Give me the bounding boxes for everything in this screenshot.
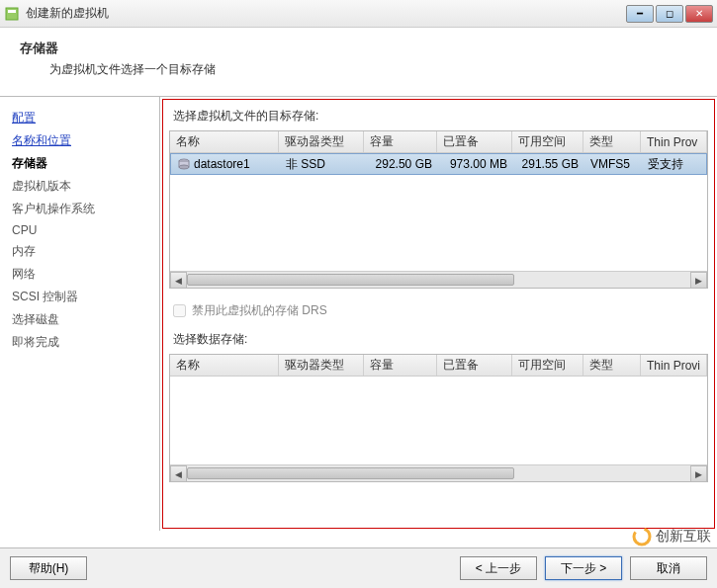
- col2-drive-type: 驱动器类型: [279, 355, 364, 376]
- table2-header: 名称 驱动器类型 容量 已置备 可用空间 类型 Thin Provi: [170, 355, 707, 377]
- cell-free: 291.55 GB: [513, 157, 584, 171]
- step-ready: 即将完成: [8, 331, 151, 354]
- app-icon: [4, 6, 20, 22]
- window-close-button[interactable]: ✕: [685, 5, 713, 23]
- col-free[interactable]: 可用空间: [512, 131, 583, 152]
- page-subtitle: 为虚拟机文件选择一个目标存储: [49, 61, 697, 78]
- svg-rect-1: [8, 10, 16, 13]
- col-drive-type[interactable]: 驱动器类型: [279, 131, 364, 152]
- next-button[interactable]: 下一步 >: [545, 556, 622, 580]
- col-capacity[interactable]: 容量: [364, 131, 437, 152]
- col2-name: 名称: [170, 355, 279, 376]
- step-network: 网络: [8, 263, 151, 286]
- step-memory: 内存: [8, 240, 151, 263]
- wizard-header: 存储器 为虚拟机文件选择一个目标存储: [0, 28, 717, 96]
- scroll-right-arrow-icon[interactable]: ▶: [690, 465, 707, 482]
- step-vm-version: 虚拟机版本: [8, 175, 151, 198]
- window-titlebar: 创建新的虚拟机 ━ ◻ ✕: [0, 0, 717, 28]
- step-cpu: CPU: [8, 220, 151, 240]
- drs-checkbox: [173, 304, 186, 317]
- col2-provisioned: 已置备: [437, 355, 512, 376]
- cell-thin: 受支持: [642, 156, 706, 173]
- horizontal-scrollbar[interactable]: ◀ ▶: [170, 271, 707, 288]
- table-row[interactable]: datastore1 非 SSD 292.50 GB 973.00 MB 291…: [170, 153, 707, 175]
- cell-capacity: 292.50 GB: [365, 157, 438, 171]
- scroll-right-arrow-icon[interactable]: ▶: [690, 272, 707, 289]
- cancel-button[interactable]: 取消: [630, 556, 707, 580]
- svg-point-5: [634, 529, 650, 545]
- window-minimize-button[interactable]: ━: [626, 5, 654, 23]
- cell-provisioned: 973.00 MB: [438, 157, 513, 171]
- wizard-footer: 帮助(H) < 上一步 下一步 > 取消: [0, 547, 717, 588]
- svg-point-4: [179, 165, 189, 169]
- svg-rect-0: [6, 8, 18, 20]
- datastore-table[interactable]: 名称 驱动器类型 容量 已置备 可用空间 类型 Thin Prov datast…: [169, 130, 708, 289]
- cell-name: datastore1: [171, 157, 280, 172]
- table-header: 名称 驱动器类型 容量 已置备 可用空间 类型 Thin Prov: [170, 131, 707, 153]
- scroll-thumb[interactable]: [187, 467, 514, 479]
- step-config[interactable]: 配置: [8, 107, 151, 129]
- horizontal-scrollbar-2[interactable]: ◀ ▶: [170, 464, 707, 481]
- window-maximize-button[interactable]: ◻: [656, 5, 683, 23]
- page-title: 存储器: [20, 40, 697, 57]
- scroll-thumb[interactable]: [187, 274, 514, 286]
- back-button[interactable]: < 上一步: [460, 556, 537, 580]
- step-name-location[interactable]: 名称和位置: [8, 129, 151, 152]
- drs-checkbox-row: 禁用此虚拟机的存储 DRS: [173, 302, 704, 319]
- drs-checkbox-label: 禁用此虚拟机的存储 DRS: [192, 302, 327, 319]
- datastore-icon: [177, 157, 191, 171]
- col-name[interactable]: 名称: [170, 131, 279, 152]
- datastore2-select-label: 选择数据存储:: [173, 331, 708, 348]
- scroll-left-arrow-icon[interactable]: ◀: [170, 465, 187, 482]
- wizard-steps-sidebar: 配置 名称和位置 存储器 虚拟机版本 客户机操作系统 CPU 内存 网络 SCS…: [0, 97, 160, 531]
- step-scsi: SCSI 控制器: [8, 286, 151, 308]
- window-title: 创建新的虚拟机: [26, 5, 626, 22]
- step-guest-os: 客户机操作系统: [8, 198, 151, 220]
- col-thin[interactable]: Thin Prov: [641, 131, 707, 152]
- datastore-table-2: 名称 驱动器类型 容量 已置备 可用空间 类型 Thin Provi ◀ ▶: [169, 354, 708, 482]
- col2-free: 可用空间: [512, 355, 583, 376]
- main-panel: 选择虚拟机文件的目标存储: 名称 驱动器类型 容量 已置备 可用空间 类型 Th…: [162, 99, 715, 529]
- col-provisioned[interactable]: 已置备: [437, 131, 512, 152]
- watermark: 创新互联: [632, 527, 711, 546]
- step-select-disk: 选择磁盘: [8, 308, 151, 331]
- cell-drive-type: 非 SSD: [280, 156, 365, 173]
- col2-capacity: 容量: [364, 355, 437, 376]
- col2-thin: Thin Provi: [641, 355, 707, 376]
- cell-type: VMFS5: [584, 157, 642, 171]
- scroll-left-arrow-icon[interactable]: ◀: [170, 272, 187, 289]
- step-storage[interactable]: 存储器: [8, 152, 151, 175]
- datastore-select-label: 选择虚拟机文件的目标存储:: [173, 108, 708, 125]
- col2-type: 类型: [583, 355, 641, 376]
- help-button[interactable]: 帮助(H): [10, 556, 87, 580]
- col-type[interactable]: 类型: [583, 131, 641, 152]
